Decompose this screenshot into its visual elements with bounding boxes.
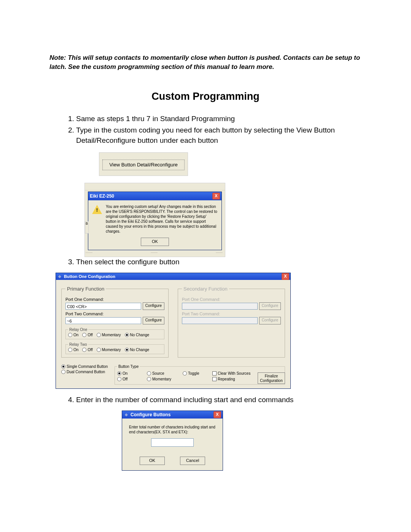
view-button-detail-reconfigure-button[interactable]: View Button Detail/Reconfigure xyxy=(102,160,185,170)
port-two-command-input[interactable]: ~6 xyxy=(65,317,141,324)
primary-function-group: Primary Function Port One Command: C00 <… xyxy=(61,286,169,358)
fig-button-one-configuration: ◆ Button One Configuration X Primary Fun… xyxy=(56,273,291,389)
relay-two-off-radio[interactable]: Off xyxy=(82,348,92,352)
step-1: Same as steps 1 thru 7 in Standard Progr… xyxy=(76,114,362,124)
secondary-function-group: Secondary Function Port One Command: Con… xyxy=(178,286,285,358)
port-one-configure-button[interactable]: Configure xyxy=(143,302,164,310)
close-icon[interactable]: X xyxy=(213,411,221,418)
btype-repeating-checkbox[interactable]: Repeating xyxy=(212,377,235,381)
fig-view-button-detail: View Button Detail/Reconfigure xyxy=(99,152,188,176)
ok-button[interactable]: OK xyxy=(140,457,165,465)
relay-two-group: Relay Two On Off Momentary No Change xyxy=(65,342,164,354)
character-count-input[interactable] xyxy=(151,438,194,447)
command-type-group: Single Command Button Dual Command Butto… xyxy=(61,364,109,375)
relay-one-legend: Relay One xyxy=(68,328,88,332)
sec-port-two-command-input xyxy=(182,317,258,324)
background-fragment-b: B xyxy=(85,221,89,233)
relay-two-legend: Relay Two xyxy=(68,342,88,347)
btype-off-radio[interactable]: Off xyxy=(117,377,140,381)
step-2: Type in the custom coding you need for e… xyxy=(76,125,362,145)
background-fragment-bottom xyxy=(85,252,225,257)
steps-list-continued-2: Enter in the number of command including… xyxy=(49,395,362,405)
config-window-title: Button One Configuration xyxy=(64,274,115,279)
warning-message: You are entering custom setup! Any chang… xyxy=(106,204,218,234)
btype-clear-checkbox[interactable]: Clear With Sources xyxy=(212,371,250,375)
port-two-command-label: Port Two Command: xyxy=(65,312,164,316)
document-page: Note: This will setup contacts to moment… xyxy=(0,0,411,494)
sec-port-two-configure-button: Configure xyxy=(259,317,281,324)
btype-toggle-radio[interactable]: Toggle xyxy=(183,371,206,375)
warning-icon: ! xyxy=(92,205,102,214)
configure-buttons-titlebar: ◆ Configure Buttons X xyxy=(122,411,223,419)
warning-dialog-window: Eiki EZ-250 X ! You are entering custom … xyxy=(88,192,222,250)
config-window-titlebar: ◆ Button One Configuration X xyxy=(56,273,290,280)
sec-port-one-configure-button: Configure xyxy=(259,302,281,310)
warning-dialog-titlebar: Eiki EZ-250 X xyxy=(88,192,221,200)
button-type-legend: Button Type xyxy=(117,364,140,369)
btype-on-radio[interactable]: On xyxy=(117,371,140,375)
configure-buttons-title: Configure Buttons xyxy=(131,412,170,417)
step-4: Enter in the number of command including… xyxy=(76,395,362,405)
relay-one-on-radio[interactable]: On xyxy=(68,333,78,337)
page-heading: Custom Programming xyxy=(49,91,362,102)
btype-momentary-radio[interactable]: Momentary xyxy=(147,377,176,381)
relay-one-group: Relay One On Off Momentary No Change xyxy=(65,328,164,339)
relay-one-momentary-radio[interactable]: Momentary xyxy=(97,333,121,337)
sec-port-one-command-input xyxy=(182,303,258,310)
sec-port-two-command-label: Port Two Command: xyxy=(182,312,281,316)
sec-port-one-command-label: Port One Command: xyxy=(182,297,281,302)
step-3: Then select the configure button xyxy=(76,257,362,267)
fig-warning-dialog: B Eiki EZ-250 X ! You are entering custo… xyxy=(84,183,225,257)
app-icon: ◆ xyxy=(124,412,129,417)
relay-two-nochange-radio[interactable]: No Change xyxy=(125,348,150,352)
close-icon[interactable]: X xyxy=(212,193,220,200)
ok-button[interactable]: OK xyxy=(141,238,169,246)
port-one-command-label: Port One Command: xyxy=(65,297,164,302)
warning-dialog-title: Eiki EZ-250 xyxy=(90,193,114,199)
close-icon[interactable]: X xyxy=(282,273,289,280)
relay-one-nochange-radio[interactable]: No Change xyxy=(125,333,150,337)
background-fragment xyxy=(85,183,225,190)
steps-list: Same as steps 1 thru 7 in Standard Progr… xyxy=(49,114,362,146)
relay-one-off-radio[interactable]: Off xyxy=(82,333,92,337)
btype-source-radio[interactable]: Source xyxy=(147,371,176,375)
fig-configure-buttons-dialog: ◆ Configure Buttons X Enter total number… xyxy=(122,411,223,471)
relay-two-on-radio[interactable]: On xyxy=(68,348,78,352)
secondary-function-legend: Secondary Function xyxy=(182,286,229,292)
single-command-radio[interactable]: Single Command Button xyxy=(61,364,109,369)
dual-command-radio[interactable]: Dual Command Button xyxy=(61,370,109,374)
port-one-command-input[interactable]: C00 <CR> xyxy=(65,303,141,310)
finalize-configuration-button[interactable]: Finalize Configuration xyxy=(258,372,285,384)
relay-two-momentary-radio[interactable]: Momentary xyxy=(97,348,121,352)
primary-function-legend: Primary Function xyxy=(65,286,106,292)
app-icon: ◆ xyxy=(57,274,62,279)
steps-list-continued: Then select the configure button xyxy=(49,257,362,267)
note-text: Note: This will setup contacts to moment… xyxy=(49,53,362,72)
cancel-button[interactable]: Cancel xyxy=(180,457,205,465)
configure-buttons-prompt: Enter total number of characters includi… xyxy=(129,425,216,435)
port-two-configure-button[interactable]: Configure xyxy=(143,317,164,324)
